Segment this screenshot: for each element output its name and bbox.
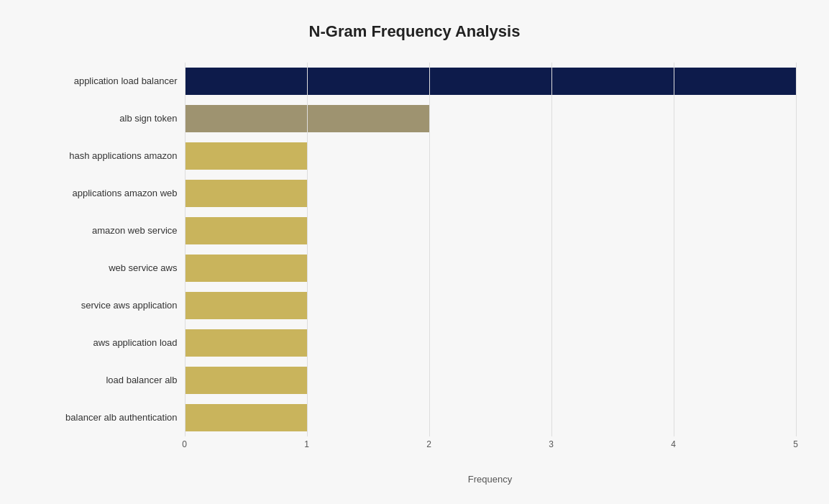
bar-fill [185,404,307,431]
x-tick: 5 [793,439,798,449]
chart-title: N-Gram Frequency Analysis [34,22,796,41]
bar-track [185,404,796,431]
bar-label: applications amazon web [34,188,185,198]
bar-label: alb sign token [34,113,185,124]
bar-track [185,292,796,319]
bar-label: aws application load [34,337,185,348]
bar-track [185,329,796,357]
bar-track [185,180,796,207]
x-axis: 012345 [185,439,796,454]
bar-row: aws application load [34,324,796,362]
bar-fill [185,292,307,319]
bar-label: balancer alb authentication [34,412,185,423]
bar-label: load balancer alb [34,375,185,385]
bar-label: amazon web service [34,225,185,236]
x-tick: 2 [426,439,431,449]
bar-fill [185,367,307,394]
bar-fill [185,329,307,357]
bar-row: load balancer alb [34,362,796,399]
bar-label: application load balancer [34,75,185,86]
x-tick: 1 [304,439,309,449]
bar-fill [185,217,307,244]
bar-track [185,105,796,132]
bar-row: alb sign token [34,100,796,137]
x-tick: 3 [549,439,554,449]
bar-track [185,255,796,282]
bar-row: amazon web service [34,212,796,249]
bar-track [185,142,796,170]
bar-fill [185,255,307,282]
bar-fill [185,142,307,170]
x-axis-label: Frequency [185,474,796,485]
bar-track [185,217,796,244]
grid-line [796,63,797,436]
bar-track [185,68,796,95]
bar-row: web service aws [34,249,796,287]
bar-track [185,367,796,394]
bar-row: hash applications amazon [34,137,796,175]
bar-row: application load balancer [34,63,796,100]
bar-label: service aws application [34,300,185,311]
bar-row: applications amazon web [34,175,796,212]
x-tick: 0 [182,439,187,449]
x-tick: 4 [671,439,676,449]
chart-container: N-Gram Frequency Analysis application lo… [19,8,810,497]
bar-row: balancer alb authentication [34,399,796,436]
bar-fill [185,105,429,132]
bar-fill [185,180,307,207]
bar-fill [185,68,796,95]
bar-label: web service aws [34,262,185,273]
bars-area: application load balanceralb sign tokenh… [34,63,796,485]
bar-label: hash applications amazon [34,150,185,161]
bar-row: service aws application [34,287,796,324]
